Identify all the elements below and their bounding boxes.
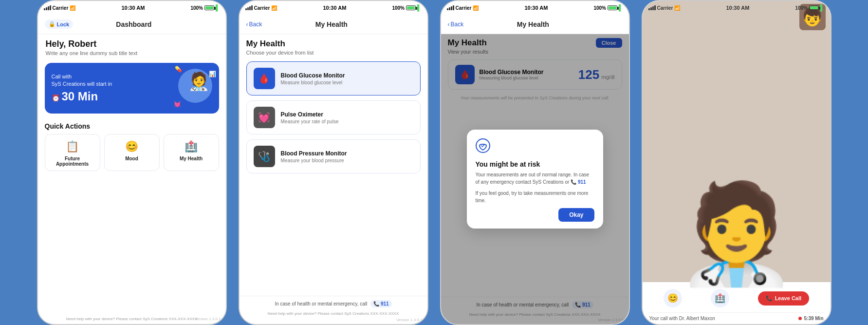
qa-future-appointments[interactable]: 📋 Future Appointments	[45, 134, 100, 171]
dashboard-content: Hely, Robert Write any one line dummy su…	[38, 34, 226, 324]
leave-call-button[interactable]: 📞 Leave Call	[758, 291, 809, 306]
carrier-label-2: Carrier	[254, 5, 270, 11]
dashboard-header: Hely, Robert Write any one line dummy su…	[38, 34, 226, 59]
alarm-icon: ⏰	[52, 94, 60, 102]
call-info-bar: Your call with Dr. Albert Maxon 5:39 Min	[649, 312, 824, 321]
mood-icon: 😊	[125, 140, 138, 153]
time-label-4: 10:30 AM	[726, 5, 749, 11]
quick-actions-grid: 📋 Future Appointments 😊 Mood 🏥 My Health	[45, 134, 219, 171]
screen1-dashboard: Carrier 📶 10:30 AM 100% ▌ 🔒 Lock Dashboa…	[37, 0, 227, 325]
mood-call-button[interactable]: 😊	[664, 289, 682, 307]
call-timer: 5:39 Min	[798, 316, 823, 321]
risk-modal-body2: If you feel good, try to take measuremen…	[476, 190, 594, 204]
call-controls: 😊 🏥 📞 Leave Call Your call with Dr. Albe…	[643, 282, 831, 324]
status-bar-3: Carrier 📶 10:30 AM 100% ▌	[441, 1, 629, 15]
quick-actions-title: Quick Actions	[45, 122, 219, 130]
myhealth-subtitle-2: Choose your device from list	[246, 50, 421, 56]
emergency-bar-2: In case of health or mental emergency, c…	[240, 296, 427, 311]
appointments-icon: 📋	[66, 140, 79, 153]
status-bar-1: Carrier 📶 10:30 AM 100% ▌	[38, 1, 226, 15]
health-label: My Health	[180, 156, 203, 161]
greeting-subtitle: Write any one line dummy sub title text	[46, 50, 218, 56]
lock-button[interactable]: 🔒 Lock	[45, 19, 74, 29]
bp-icon: 🩺	[254, 146, 275, 167]
call-time-display: 5:39 Min	[804, 316, 823, 321]
call-banner: Call with SyS Creations will start in ⏰ …	[45, 63, 219, 114]
nav-title-1: Dashboard	[73, 20, 194, 28]
appointments-label: Future Appointments	[48, 156, 97, 167]
footer-2: Need help with your device? Please conta…	[240, 311, 427, 316]
pulse-info: Pulse Oximeter Measure your rate of puls…	[281, 111, 339, 124]
screen3-results: Carrier 📶 10:30 AM 100% ▌ ‹ Back My Heal…	[440, 0, 630, 325]
modal-911: 📞 911	[571, 179, 586, 185]
risk-modal-title: You might be at risk	[476, 160, 594, 168]
timer-dot	[798, 317, 802, 320]
health-call-button[interactable]: 🏥	[711, 289, 729, 307]
video-call-background: 🧑‍⚕️ 👦	[643, 1, 831, 282]
call-doctor-info: Your call with Dr. Albert Maxon	[649, 316, 715, 321]
mood-call-icon: 😊	[667, 293, 678, 304]
carrier-label-4: Carrier	[657, 5, 673, 11]
quick-actions-section: Quick Actions 📋 Future Appointments 😊 Mo…	[38, 117, 226, 174]
status-bar-2: Carrier 📶 10:30 AM 100% ▌	[240, 1, 427, 15]
wifi-icon-4: 📶	[674, 5, 680, 11]
risk-modal-overlay: You might be at risk Your measurements a…	[441, 34, 629, 324]
wifi-icon: 📶	[70, 5, 75, 11]
okay-button[interactable]: Okay	[558, 208, 594, 222]
pulse-icon: 💓	[254, 107, 275, 128]
back-chevron-icon-3: ‹	[448, 21, 450, 28]
back-chevron-icon: ‹	[246, 21, 248, 28]
status-bar-4: Carrier 📶 10:30 AM 100% ▌	[643, 1, 831, 15]
pulse-desc: Measure your rate of pulse	[281, 119, 339, 124]
qa-my-health[interactable]: 🏥 My Health	[164, 134, 219, 171]
health-call-icon: 🏥	[715, 293, 725, 304]
nav-bar-3: ‹ Back My Health	[441, 15, 629, 34]
battery-pct: 100%	[190, 5, 203, 11]
screen2-device-list: Carrier 📶 10:30 AM 100% ▌ ‹ Back My Heal…	[239, 0, 428, 325]
glucose-icon: 🩸	[254, 68, 275, 89]
back-button-3[interactable]: ‹ Back	[448, 21, 464, 28]
device-list-content: My Health Choose your device from list 🩸…	[240, 34, 427, 324]
device-list: 🩸 Blood Glucose Monitor Measure blood gl…	[240, 57, 427, 182]
health-icon: 🏥	[185, 140, 198, 153]
nav-title-3: My Health	[463, 20, 602, 28]
risk-modal-body: Your measurements are out of normal rang…	[476, 171, 594, 186]
nav-title-2: My Health	[262, 20, 401, 28]
call-banner-text: Call with SyS Creations will start in ⏰ …	[52, 74, 112, 103]
back-button-2[interactable]: ‹ Back	[246, 21, 262, 28]
version-2: Version 1.3.0.1	[240, 318, 427, 324]
call-countdown: 30 Min	[62, 90, 98, 103]
carrier-label: Carrier	[53, 5, 69, 11]
user-greeting: Hely, Robert	[46, 39, 218, 49]
device-card-pulse[interactable]: 💓 Pulse Oximeter Measure your rate of pu…	[246, 100, 421, 134]
glucose-desc: Measure blood glucose level	[281, 80, 345, 85]
time-label: 10:30 AM	[121, 5, 145, 11]
leave-call-label: Leave Call	[775, 295, 801, 301]
risk-modal: You might be at risk Your measurements a…	[467, 130, 603, 229]
time-label-3: 10:30 AM	[524, 5, 548, 11]
lock-icon: 🔒	[49, 21, 55, 27]
bp-info: Blood Pressure Monitor Measure your bloo…	[281, 150, 347, 163]
doctor-illustration: 🧑‍⚕️ 💊 📊 💓	[173, 69, 212, 108]
glucose-info: Blood Glucose Monitor Measure blood gluc…	[281, 72, 345, 85]
bp-name: Blood Pressure Monitor	[281, 150, 347, 157]
glucose-name: Blood Glucose Monitor	[281, 72, 345, 79]
device-card-bp[interactable]: 🩺 Blood Pressure Monitor Measure your bl…	[246, 139, 421, 173]
wifi-icon-2: 📶	[271, 5, 277, 11]
bp-desc: Measure your blood pressure	[281, 158, 347, 163]
mood-label: Mood	[125, 156, 138, 161]
results-content: My Health View your results Close 🩸 Bloo…	[441, 34, 629, 324]
call-action-buttons: 😊 🏥 📞 Leave Call	[649, 287, 824, 309]
carrier-label-3: Carrier	[456, 5, 472, 11]
nav-bar-1: 🔒 Lock Dashboard	[38, 15, 226, 34]
risk-modal-icon	[476, 138, 594, 156]
phone-icon: 📞	[766, 295, 773, 302]
doctor-emoji: 🧑‍⚕️	[676, 185, 797, 282]
nav-bar-2: ‹ Back My Health	[240, 15, 427, 34]
call-911-btn-2[interactable]: 📞 911	[370, 300, 391, 307]
device-card-glucose[interactable]: 🩸 Blood Glucose Monitor Measure blood gl…	[246, 61, 421, 96]
wifi-icon-3: 📶	[473, 5, 479, 11]
qa-mood[interactable]: 😊 Mood	[104, 134, 160, 171]
myhealth-title-2: My Health	[246, 39, 421, 49]
video-call-screen: 🧑‍⚕️ 👦 😊 🏥 📞 Le	[643, 1, 831, 324]
